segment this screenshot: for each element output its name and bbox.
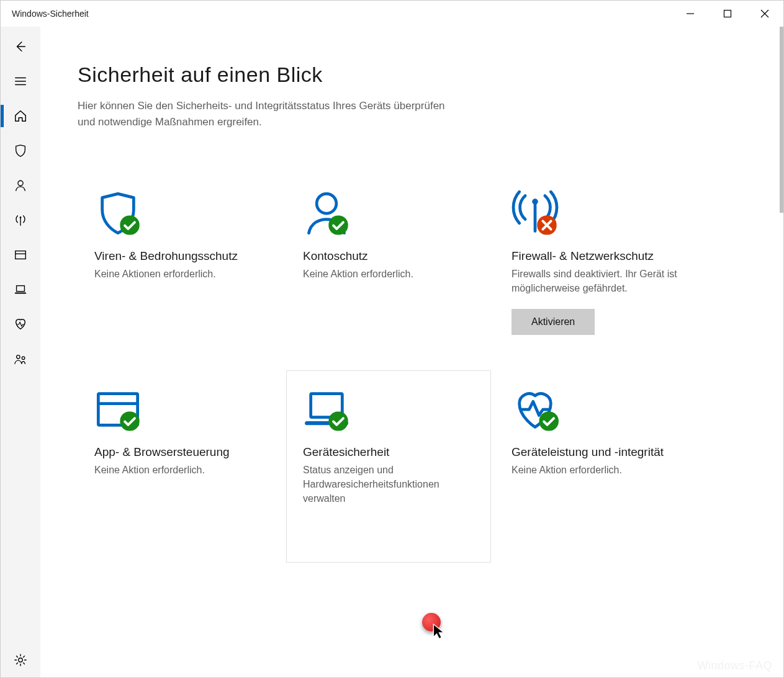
card-title: Kontoschutz	[303, 249, 474, 263]
heart-icon	[511, 386, 683, 442]
family-icon	[14, 352, 27, 366]
laptop-icon	[303, 386, 474, 442]
cards-grid: Viren- & Bedrohungsschutz Keine Aktionen…	[78, 174, 746, 563]
nav-home[interactable]	[1, 99, 40, 133]
nav-menu[interactable]	[1, 64, 40, 99]
gear-icon	[14, 653, 27, 667]
antenna-icon	[511, 190, 683, 246]
window-icon	[14, 248, 27, 262]
window-title: Windows-Sicherheit	[1, 9, 89, 19]
nav-back[interactable]	[1, 29, 40, 64]
laptop-icon	[14, 283, 27, 297]
nav-device[interactable]	[1, 272, 40, 307]
titlebar: Windows-Sicherheit	[1, 1, 783, 27]
nav-settings[interactable]	[1, 643, 40, 677]
card-title: Gerätesicherheit	[303, 445, 474, 459]
nav-family[interactable]	[1, 342, 40, 377]
home-icon	[14, 109, 27, 123]
page-title: Sicherheit auf einen Blick	[78, 63, 746, 87]
card-desc: Keine Aktionen erforderlich.	[94, 267, 266, 281]
nav-firewall[interactable]	[1, 203, 40, 238]
nav-app[interactable]	[1, 238, 40, 272]
card-title: Geräteleistung und -integrität	[511, 445, 683, 459]
page-subtitle: Hier können Sie den Sicherheits- und Int…	[78, 98, 462, 131]
card-title: Viren- & Bedrohungsschutz	[94, 249, 266, 263]
card-health[interactable]: Geräteleistung und -integrität Keine Akt…	[495, 370, 700, 563]
nav-account[interactable]	[1, 168, 40, 203]
sidebar	[1, 27, 40, 677]
maximize-button[interactable]	[709, 1, 746, 27]
card-desc: Keine Aktion erforderlich.	[94, 463, 266, 477]
antenna-icon	[14, 213, 27, 227]
back-icon	[14, 40, 27, 53]
window-icon	[94, 386, 266, 442]
scrollbar[interactable]	[780, 27, 783, 213]
activate-button[interactable]: Aktivieren	[511, 309, 595, 335]
card-title: Firewall- & Netzwerkschutz	[511, 249, 683, 263]
card-device[interactable]: Gerätesicherheit Status anzeigen und Har…	[286, 370, 491, 563]
heart-icon	[14, 318, 27, 331]
close-button[interactable]	[746, 1, 783, 27]
card-firewall[interactable]: Firewall- & Netzwerkschutz Firewalls sin…	[495, 174, 700, 367]
card-desc: Firewalls sind deaktiviert. Ihr Gerät is…	[511, 267, 683, 295]
svg-rect-13	[724, 11, 731, 17]
person-icon	[303, 190, 474, 246]
person-icon	[14, 179, 27, 192]
card-desc: Keine Aktion erforderlich.	[511, 463, 683, 477]
hamburger-icon	[14, 74, 27, 88]
card-desc: Status anzeigen und Hardwaresicherheitsf…	[303, 463, 474, 506]
watermark: Windows-FAQ	[697, 659, 772, 672]
nav-health[interactable]	[1, 307, 40, 342]
shield-icon	[14, 144, 27, 158]
card-account[interactable]: Kontoschutz Keine Aktion erforderlich.	[286, 174, 491, 367]
card-desc: Keine Aktion erforderlich.	[303, 267, 474, 281]
minimize-button[interactable]	[672, 1, 709, 27]
content: Sicherheit auf einen Blick Hier können S…	[40, 27, 783, 677]
nav-virus[interactable]	[1, 133, 40, 168]
card-title: App- & Browsersteuerung	[94, 445, 266, 459]
card-app[interactable]: App- & Browsersteuerung Keine Aktion erf…	[78, 370, 282, 563]
shield-icon	[94, 190, 266, 246]
card-virus[interactable]: Viren- & Bedrohungsschutz Keine Aktionen…	[78, 174, 282, 367]
